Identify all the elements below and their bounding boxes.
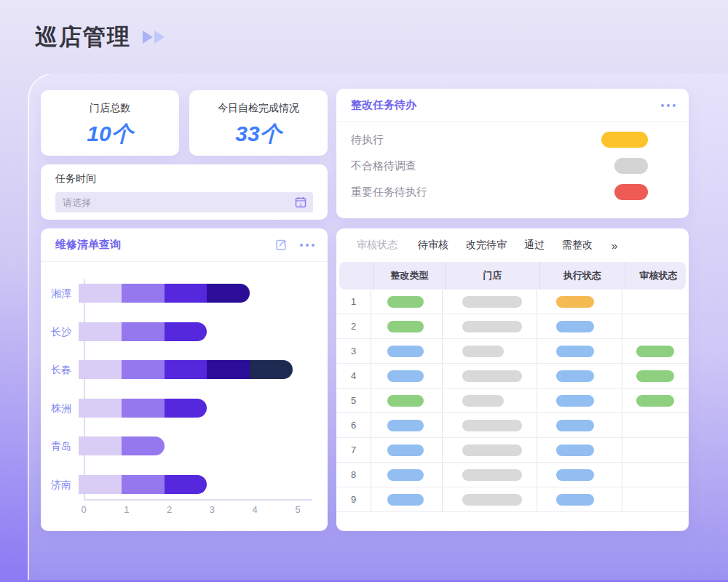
stat-label: 今日自检完成情况: [189, 102, 328, 115]
todo-item-label: 不合格待调查: [351, 159, 416, 173]
chart-category-label: 长沙: [41, 322, 79, 341]
status-pill-gray: [462, 346, 504, 357]
chart-x-tick-label: 4: [253, 504, 258, 515]
stat-card-self-check: 今日自检完成情况 33个: [189, 90, 328, 156]
status-pill-gray: [462, 395, 504, 407]
table-row: 4: [336, 364, 689, 388]
filter-label: 审核状态: [357, 239, 397, 252]
tab-2[interactable]: 改完待审: [466, 239, 507, 252]
chart-stacked-bar: [79, 322, 207, 341]
chart-stacked-bar: [79, 360, 293, 379]
status-pill-blue: [556, 469, 594, 481]
table-row: 5: [336, 388, 689, 413]
chart-bar-segment: [207, 284, 250, 303]
chart-stacked-bar: [79, 436, 165, 455]
todo-item-label: 待执行: [351, 133, 384, 147]
export-icon[interactable]: [274, 238, 288, 252]
chart-x-tick-label: 3: [210, 504, 215, 515]
status-pill-blue: [387, 420, 424, 431]
table-cell: [443, 438, 537, 462]
chart-bar-segment: [165, 399, 207, 418]
status-pill-blue: [556, 346, 594, 357]
status-pill-blue: [387, 469, 424, 481]
todo-item-list: 待执行不合格待调查重要任务待执行: [336, 127, 689, 205]
status-pill-gray: [462, 370, 522, 382]
tab-4[interactable]: 需整改: [562, 239, 593, 252]
audit-status-table-card: 审核状态 待审核改完待审通过需整改 » 整改类型门店执行状态审核状态 12345…: [336, 228, 689, 531]
chart-x-tick-label: 2: [167, 504, 172, 515]
table-cell: [537, 487, 622, 511]
table-header-cell: 整改类型: [374, 262, 446, 290]
date-picker[interactable]: 1: [55, 192, 313, 212]
svg-text:1: 1: [299, 202, 302, 207]
more-options-icon[interactable]: [661, 104, 676, 107]
status-pill-blue: [387, 445, 424, 456]
status-pill-blue: [556, 321, 594, 332]
table-body: 123456789: [336, 290, 689, 512]
table-cell: [443, 339, 537, 363]
status-pill-green: [387, 395, 424, 407]
todo-item: 待执行: [336, 127, 689, 153]
table-cell: [622, 388, 689, 412]
todo-status-pill: [614, 158, 648, 174]
row-number-cell: 5: [336, 388, 371, 412]
todo-card-title: 整改任务待办: [351, 98, 416, 112]
repair-list-card: 维修清单查询 012345湘潭长沙长春株洲青岛济南: [41, 228, 328, 531]
table-cell: [537, 463, 622, 487]
table-cell: [371, 314, 443, 338]
chart-bar-segment: [165, 284, 207, 303]
table-cell: [371, 364, 443, 388]
calendar-icon[interactable]: 1: [295, 196, 306, 208]
more-tabs-chevron[interactable]: »: [612, 239, 617, 252]
table-cell: [371, 438, 443, 462]
status-pill-blue: [387, 494, 424, 506]
date-picker-input[interactable]: [55, 197, 295, 208]
status-pill-orange: [556, 296, 594, 308]
table-cell: [537, 413, 622, 437]
table-cell: [443, 487, 537, 511]
chart-row: 青岛: [41, 436, 165, 455]
repair-card-title: 维修清单查询: [55, 238, 121, 252]
chart-x-tick-label: 1: [124, 504, 129, 515]
table-cell: [537, 339, 622, 363]
stat-label: 门店总数: [41, 102, 179, 115]
chart-bar-segment: [79, 284, 122, 303]
row-number-cell: 8: [336, 463, 371, 487]
chart-bar-segment: [79, 475, 122, 494]
chart-row: 长春: [41, 360, 293, 379]
table-header-cell: 审核状态: [625, 262, 689, 290]
page-title: 巡店管理: [35, 22, 131, 52]
table-row: 1: [336, 290, 689, 314]
table-row: 3: [336, 339, 689, 364]
play-arrow-icon: [143, 31, 153, 44]
table-row: 7: [336, 438, 689, 463]
task-time-label: 任务时间: [55, 172, 96, 186]
status-pill-green: [387, 296, 424, 308]
status-pill-gray: [462, 469, 522, 481]
status-pill-blue: [556, 494, 594, 506]
table-cell: [622, 314, 689, 338]
table-cell: [537, 388, 622, 412]
table-cell: [371, 388, 443, 412]
status-pill-green: [387, 321, 424, 332]
table-cell: [537, 314, 622, 338]
status-pill-gray: [462, 296, 522, 308]
tab-3[interactable]: 通过: [524, 239, 545, 252]
chart-category-label: 长春: [41, 360, 79, 379]
row-number-cell: 7: [336, 438, 371, 462]
chart-bar-segment: [122, 284, 165, 303]
chart-bar-segment: [79, 399, 122, 418]
todo-card-header: 整改任务待办: [336, 89, 689, 122]
table-cell: [622, 487, 689, 511]
more-options-icon[interactable]: [300, 244, 314, 247]
tab-1[interactable]: 待审核: [418, 239, 448, 252]
chart-bar-segment: [79, 360, 122, 379]
chart-bar-segment: [165, 475, 207, 494]
chart-bar-segment: [79, 322, 122, 341]
chart-category-label: 青岛: [41, 436, 79, 455]
chart-row: 长沙: [41, 322, 207, 341]
chart-row: 湘潭: [41, 284, 250, 303]
status-pill-green: [636, 395, 674, 407]
chart-bar-segment: [122, 436, 165, 455]
stat-card-store-total: 门店总数 10个: [41, 90, 179, 156]
